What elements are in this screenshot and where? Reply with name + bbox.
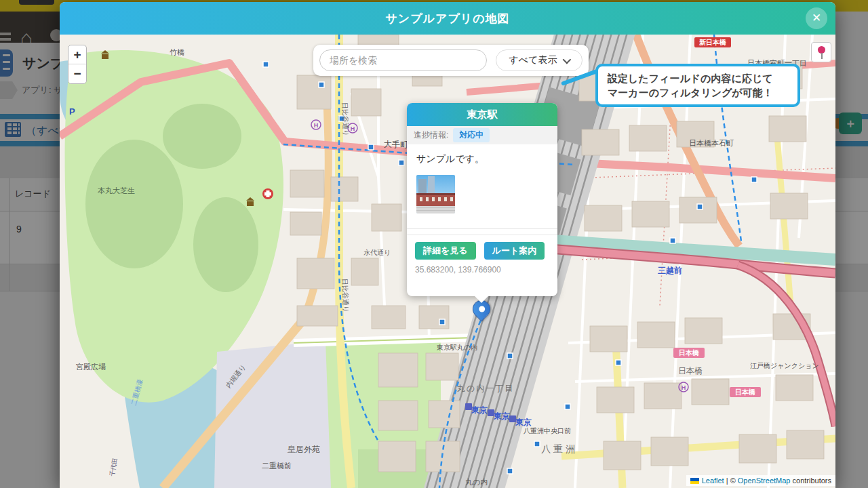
map-label: 日比谷通り [341, 279, 350, 313]
popup-description: サンプルです。 [407, 144, 557, 171]
station-photo-thumbnail[interactable] [416, 175, 455, 214]
map-label: 東京 [493, 411, 510, 421]
map-label: 三越前 [658, 266, 682, 275]
map-label: 千代田 [108, 458, 119, 476]
map-modal: サンプルアプリの地図 ✕ [60, 2, 835, 488]
map-label: 日本橋本石町 [689, 139, 734, 147]
marker-toggle-button[interactable] [811, 42, 831, 62]
map-label: 竹橋 [170, 48, 184, 56]
svg-text:H: H [351, 125, 355, 132]
marker-popup: 東京駅 進捗情報: 対応中 サンプルです。 [407, 103, 557, 296]
map-label: 日比谷通り [341, 102, 350, 137]
map-label: 二重橋前 [262, 462, 292, 470]
map-label: 日本橋 [678, 366, 703, 375]
modal-title: サンプルアプリの地図 [60, 11, 835, 26]
popup-status-row: 進捗情報: 対応中 [407, 126, 557, 144]
map-attribution: Leaflet | © OpenStreetMap contributors [686, 475, 835, 486]
attribution-suffix: contributors [790, 476, 831, 485]
zoom-in-button[interactable]: + [68, 45, 86, 64]
map-canvas[interactable]: H H H P 竹橋 大手町 本丸大芝生 宮殿広場 二重橋濠 [60, 35, 835, 488]
map-label: 丸の内一丁目 [457, 384, 514, 393]
screen: ⌂ サンプル アプリ: サ （すべて レコード 9 ＋ サンプルアプリの地図 ✕ [0, 0, 868, 488]
filter-dropdown[interactable]: すべて表示 [496, 49, 583, 71]
map-label: 東京 [471, 405, 488, 415]
map-label: 日本橋 [679, 349, 699, 357]
search-bar: すべて表示 [313, 45, 589, 76]
hospital-icon [262, 188, 273, 199]
map-label: 皇居外苑 [288, 445, 320, 454]
attribution-sep: | © [724, 476, 738, 485]
map-label: 東京駅丸の内 [436, 344, 477, 351]
leaflet-link[interactable]: Leaflet [702, 476, 724, 485]
ukraine-flag-icon [690, 478, 699, 484]
close-icon[interactable]: ✕ [806, 7, 827, 29]
map-label: 日本橋 [735, 388, 755, 396]
route-button[interactable]: ルート案内 [484, 242, 545, 260]
map-label: 宮殿広場 [76, 363, 106, 371]
chevron-down-icon [563, 55, 572, 64]
detail-button[interactable]: 詳細を見る [415, 242, 476, 260]
map-label: 大手町 [384, 140, 409, 149]
map-label: 新日本橋 [698, 39, 726, 46]
map-label: 永代通り [363, 249, 391, 256]
svg-text:H: H [682, 384, 686, 391]
popup-title: 東京駅 [407, 103, 557, 126]
map-label: 八重洲中央口前 [524, 427, 571, 434]
map-label: 東京 [515, 418, 532, 427]
filter-value: すべて表示 [509, 54, 557, 66]
search-input[interactable] [319, 49, 487, 71]
callout-line1: 設定したフィールドの内容に応じて [608, 71, 788, 85]
zoom-out-button[interactable]: − [68, 64, 86, 83]
map-label: 丸の内 [465, 478, 488, 486]
popup-buttons: 詳細を見る ルート案内 [407, 235, 557, 264]
callout-tooltip: 設定したフィールドの内容に応じて マーカーのフィルタリングが可能！ [595, 64, 800, 107]
map-label: 八重洲 [541, 443, 578, 454]
popup-coordinates: 35.683200, 139.766900 [407, 264, 557, 276]
status-badge: 対応中 [453, 128, 490, 142]
status-label: 進捗情報: [414, 129, 448, 141]
osm-link[interactable]: OpenStreetMap [738, 476, 791, 485]
zoom-control: + − [68, 45, 87, 84]
parking-icon: P [69, 106, 75, 117]
callout-line2: マーカーのフィルタリングが可能！ [608, 85, 788, 100]
modal-header: サンプルアプリの地図 ✕ [60, 2, 835, 35]
pushpin-stick [821, 53, 823, 59]
map-label: 江戸橋ジャンクション [750, 362, 819, 369]
map-label: 本丸大芝生 [98, 186, 135, 195]
svg-text:H: H [314, 122, 319, 129]
